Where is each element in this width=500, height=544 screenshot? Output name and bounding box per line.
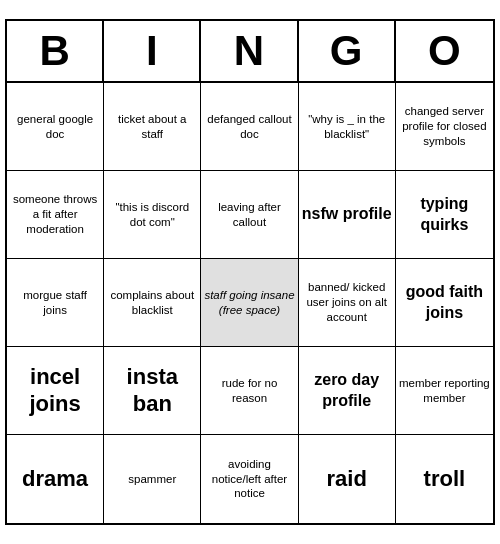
bingo-letter-n: N	[201, 21, 298, 81]
bingo-cell-13: banned/ kicked user joins on alt account	[299, 259, 396, 347]
bingo-header: BINGO	[7, 21, 493, 83]
bingo-cell-8: nsfw profile	[299, 171, 396, 259]
bingo-cell-18: zero day profile	[299, 347, 396, 435]
bingo-grid: general google docticket about a staffde…	[7, 83, 493, 523]
bingo-cell-16: insta ban	[104, 347, 201, 435]
bingo-cell-5: someone throws a fit after moderation	[7, 171, 104, 259]
bingo-letter-o: O	[396, 21, 493, 81]
bingo-cell-3: "why is _ in the blacklist"	[299, 83, 396, 171]
bingo-cell-15: incel joins	[7, 347, 104, 435]
bingo-cell-9: typing quirks	[396, 171, 493, 259]
bingo-cell-11: complains about blacklist	[104, 259, 201, 347]
bingo-cell-17: rude for no reason	[201, 347, 298, 435]
bingo-cell-23: raid	[299, 435, 396, 523]
bingo-letter-b: B	[7, 21, 104, 81]
bingo-cell-10: morgue staff joins	[7, 259, 104, 347]
bingo-cell-2: defanged callout doc	[201, 83, 298, 171]
bingo-letter-i: I	[104, 21, 201, 81]
bingo-cell-19: member reporting member	[396, 347, 493, 435]
bingo-card: BINGO general google docticket about a s…	[5, 19, 495, 525]
bingo-cell-0: general google doc	[7, 83, 104, 171]
bingo-cell-22: avoiding notice/left after notice	[201, 435, 298, 523]
bingo-cell-1: ticket about a staff	[104, 83, 201, 171]
bingo-letter-g: G	[299, 21, 396, 81]
bingo-cell-12: staff going insane (free space)	[201, 259, 298, 347]
bingo-cell-7: leaving after callout	[201, 171, 298, 259]
bingo-cell-14: good faith joins	[396, 259, 493, 347]
bingo-cell-6: "this is discord dot com"	[104, 171, 201, 259]
bingo-cell-20: drama	[7, 435, 104, 523]
bingo-cell-21: spammer	[104, 435, 201, 523]
bingo-cell-24: troll	[396, 435, 493, 523]
bingo-cell-4: changed server profile for closed symbol…	[396, 83, 493, 171]
